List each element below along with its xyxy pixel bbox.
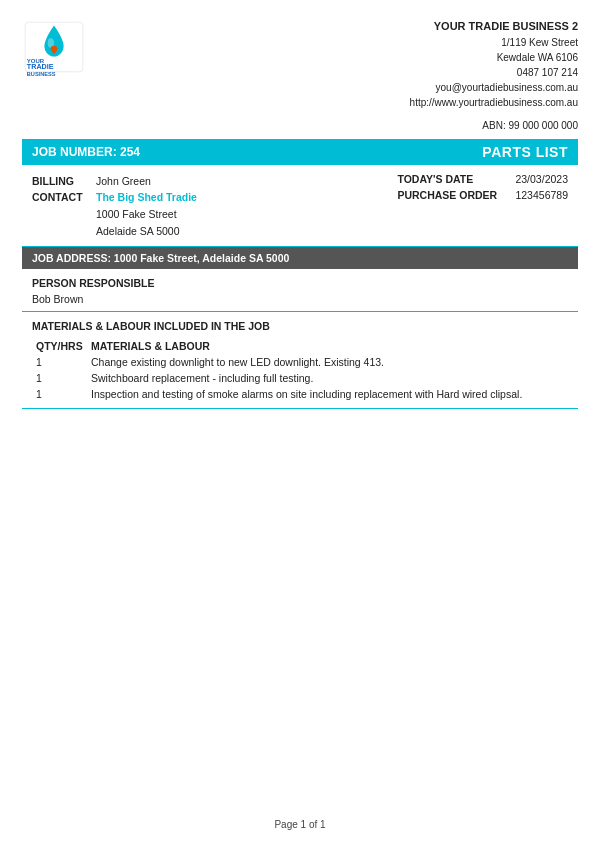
person-responsible-section: PERSON RESPONSIBLE Bob Brown [22, 269, 578, 312]
materials-section: MATERIALS & LABOUR INCLUDED IN THE JOB Q… [22, 312, 578, 409]
table-row: 1 Change existing downlight to new LED d… [32, 354, 568, 370]
contact-label: CONTACT [32, 189, 92, 206]
page-info: Page 1 of 1 [274, 819, 325, 830]
billing-address1: 1000 Fake Street [96, 206, 197, 223]
col-labour-header: MATERIALS & LABOUR [87, 338, 568, 354]
company-logo: YOUR TRADIE BUSINESS [22, 18, 86, 76]
company-info: YOUR TRADIE BUSINESS 2 1/119 Kew Street … [410, 18, 578, 110]
company-website: http://www.yourtradiebusiness.com.au [410, 95, 578, 110]
parts-list-label: PARTS LIST [482, 144, 568, 160]
company-address1: 1/119 Kew Street [410, 35, 578, 50]
company-address2: Kewdale WA 6106 [410, 50, 578, 65]
logo-area: YOUR TRADIE BUSINESS [22, 18, 86, 76]
company-phone: 0487 107 214 [410, 65, 578, 80]
item-qty: 1 [32, 386, 87, 402]
page-footer: Page 1 of 1 [0, 819, 600, 830]
purchase-order-label: PURCHASE ORDER [397, 189, 507, 201]
materials-table-header-row: QTY/HRS MATERIALS & LABOUR [32, 338, 568, 354]
billing-section: BILLING John Green CONTACT The Big Shed … [22, 165, 578, 247]
abn-line: ABN: 99 000 000 000 [22, 120, 578, 131]
billing-spacer [32, 206, 92, 223]
today-date-value: 23/03/2023 [515, 173, 568, 185]
item-qty: 1 [32, 354, 87, 370]
company-email: you@yourtadiebusiness.com.au [410, 80, 578, 95]
company-name: YOUR TRADIE BUSINESS 2 [410, 18, 578, 35]
billing-spacer2 [32, 223, 92, 240]
materials-title: MATERIALS & LABOUR INCLUDED IN THE JOB [32, 320, 568, 332]
table-row: 1 Switchboard replacement - including fu… [32, 370, 568, 386]
billing-right: TODAY'S DATE 23/03/2023 PURCHASE ORDER 1… [397, 173, 568, 240]
col-qty-header: QTY/HRS [32, 338, 87, 354]
item-qty: 1 [32, 370, 87, 386]
svg-text:BUSINESS: BUSINESS [27, 71, 56, 76]
job-number-bar: JOB NUMBER: 254 PARTS LIST [22, 139, 578, 165]
item-description: Switchboard replacement - including full… [87, 370, 568, 386]
job-number-label: JOB NUMBER: 254 [32, 145, 140, 159]
billing-label: BILLING [32, 173, 92, 190]
person-responsible-title: PERSON RESPONSIBLE [32, 277, 568, 289]
contact-name: The Big Shed Tradie [96, 189, 197, 206]
billing-name: John Green [96, 173, 197, 190]
person-responsible-name: Bob Brown [32, 293, 568, 305]
item-description: Change existing downlight to new LED dow… [87, 354, 568, 370]
today-date-label: TODAY'S DATE [397, 173, 507, 185]
item-description: Inspection and testing of smoke alarms o… [87, 386, 568, 402]
purchase-order-value: 123456789 [515, 189, 568, 201]
job-address-bar: JOB ADDRESS: 1000 Fake Street, Adelaide … [22, 247, 578, 269]
billing-left: BILLING John Green CONTACT The Big Shed … [32, 173, 197, 240]
billing-address2: Adelaide SA 5000 [96, 223, 197, 240]
document-header: YOUR TRADIE BUSINESS YOUR TRADIE BUSINES… [22, 18, 578, 110]
table-row: 1 Inspection and testing of smoke alarms… [32, 386, 568, 402]
job-address-label: JOB ADDRESS: 1000 Fake Street, Adelaide … [32, 252, 289, 264]
materials-table: QTY/HRS MATERIALS & LABOUR 1 Change exis… [32, 338, 568, 402]
